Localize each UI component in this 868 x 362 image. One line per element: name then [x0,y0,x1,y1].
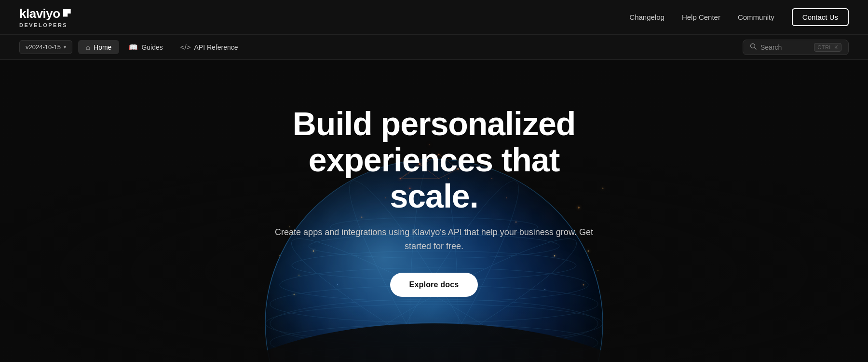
nav-help-center[interactable]: Help Center [682,13,720,21]
search-placeholder: Search [760,43,810,51]
search-bar[interactable]: Search CTRL-K [743,40,849,55]
nav-home-label: Home [94,43,111,51]
book-icon: 📖 [129,43,138,52]
version-dropdown[interactable]: v2024-10-15 ▾ [19,40,72,54]
nav-api-reference[interactable]: </> API Reference [173,40,246,54]
sub-nav-left: v2024-10-15 ▾ ⌂ Home 📖 Guides </> API Re… [19,40,246,55]
sub-nav: v2024-10-15 ▾ ⌂ Home 📖 Guides </> API Re… [0,35,868,60]
logo-sub: DEVELOPERS [19,22,71,28]
top-nav: klaviyo DEVELOPERS Changelog Help Center… [0,0,868,35]
nav-home[interactable]: ⌂ Home [78,40,119,54]
hero-subtitle: Create apps and integrations using Klavi… [265,225,603,253]
top-nav-links: Changelog Help Center Community Contact … [629,8,849,26]
code-icon: </> [180,43,191,51]
nav-guides[interactable]: 📖 Guides [121,40,170,55]
nav-community[interactable]: Community [738,13,774,21]
home-icon: ⌂ [86,43,90,51]
hero-content: Build personalized experiences that scal… [265,106,603,297]
search-shortcut: CTRL-K [814,43,841,52]
explore-docs-button[interactable]: Explore docs [390,273,478,297]
nav-api-label: API Reference [194,43,238,51]
search-icon [750,43,757,51]
version-text: v2024-10-15 [26,43,61,51]
hero-title: Build personalized experiences that scal… [265,106,603,214]
svg-line-1 [755,48,757,50]
nav-changelog[interactable]: Changelog [629,13,665,21]
logo-area: klaviyo DEVELOPERS [19,6,71,28]
logo-text: klaviyo [19,6,60,21]
nav-guides-label: Guides [141,43,163,51]
klaviyo-icon [63,9,71,17]
chevron-down-icon: ▾ [64,44,66,50]
logo-wordmark: klaviyo [19,6,71,21]
hero-section: Build personalized experiences that scal… [0,60,868,362]
contact-us-button[interactable]: Contact Us [792,8,849,26]
